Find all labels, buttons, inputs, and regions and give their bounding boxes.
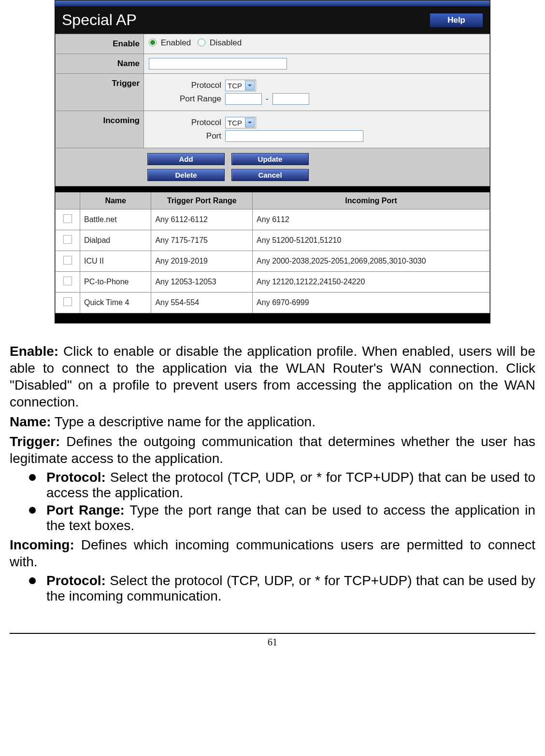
cell-incoming: Any 12120,12122,24150-24220 [253, 272, 490, 293]
incoming-protocol-select[interactable]: TCP [225, 117, 256, 128]
row-checkbox[interactable] [63, 256, 72, 265]
col-trigger: Trigger Port Range [151, 193, 253, 210]
incoming-label: Incoming [56, 111, 144, 148]
documentation-body: Enable: Click to enable or disable the a… [10, 343, 535, 604]
trigger-protocol-select[interactable]: TCP [225, 80, 256, 91]
trigger-port-from-input[interactable] [225, 93, 262, 105]
port-range-separator: - [266, 94, 269, 104]
cell-incoming: Any 6970-6999 [253, 293, 490, 313]
help-button[interactable]: Help [430, 13, 483, 28]
page-number: 61 [10, 637, 535, 648]
cell-name: Quick Time 4 [80, 293, 151, 313]
row-checkbox[interactable] [63, 277, 72, 285]
enabled-option-label: Enabled [161, 38, 191, 47]
form-body: Enable Enabled Disabled Name [55, 34, 490, 186]
radio-disabled[interactable] [198, 39, 205, 46]
doc-trigger-protocol: Protocol: Select the protocol (TCP, UDP,… [29, 470, 535, 501]
table-row: Battle.net Any 6112-6112 Any 6112 [56, 210, 490, 230]
row-checkbox[interactable] [63, 235, 72, 244]
chevron-down-icon [245, 81, 255, 90]
trigger-label: Trigger [56, 74, 144, 111]
table-row: Quick Time 4 Any 554-554 Any 6970-6999 [56, 293, 490, 313]
window-bottom-bar [55, 313, 490, 323]
incoming-port-label: Port [168, 131, 221, 141]
table-row: ICU II Any 2019-2019 Any 2000-2038,2025-… [56, 251, 490, 272]
cell-incoming: Any 2000-2038,2025-2051,2069,2085,3010-3… [253, 251, 490, 272]
cell-name: PC-to-Phone [80, 272, 151, 293]
cell-incoming: Any 51200-51201,51210 [253, 230, 490, 251]
cell-name: Battle.net [80, 210, 151, 230]
profile-table: Name Trigger Port Range Incoming Port Ba… [55, 192, 490, 313]
window-title-bar [55, 0, 490, 6]
incoming-protocol-value: TCP [228, 119, 242, 127]
disabled-option-label: Disabled [210, 38, 242, 47]
header-bar: Special AP Help [55, 6, 490, 34]
doc-enable: Enable: Click to enable or disable the a… [10, 343, 535, 410]
cell-name: ICU II [80, 251, 151, 272]
cell-name: Dialpad [80, 230, 151, 251]
page-title: Special AP [62, 11, 137, 29]
doc-incoming-protocol: Protocol: Select the protocol (TCP, UDP,… [29, 573, 535, 604]
col-incoming: Incoming Port [253, 193, 490, 210]
doc-incoming: Incoming: Defines which incoming communi… [10, 536, 535, 570]
update-button[interactable]: Update [231, 153, 309, 165]
doc-trigger: Trigger: Defines the outgoing communicat… [10, 433, 535, 467]
cell-trigger: Any 12053-12053 [151, 272, 253, 293]
incoming-protocol-label: Protocol [168, 118, 221, 127]
doc-trigger-portrange: Port Range: Type the port range that can… [29, 503, 535, 533]
cell-trigger: Any 554-554 [151, 293, 253, 313]
col-name: Name [80, 193, 151, 210]
doc-name: Name: Type a descriptive name for the ap… [10, 413, 535, 430]
cell-incoming: Any 6112 [253, 210, 490, 230]
router-window: Special AP Help Enable Enabled Disabled … [55, 0, 490, 323]
name-label: Name [56, 54, 144, 74]
name-input[interactable] [149, 58, 287, 70]
table-row: PC-to-Phone Any 12053-12053 Any 12120,12… [56, 272, 490, 293]
cell-trigger: Any 7175-7175 [151, 230, 253, 251]
row-checkbox[interactable] [63, 214, 72, 223]
col-checkbox [56, 193, 80, 210]
add-button[interactable]: Add [147, 153, 225, 165]
incoming-port-input[interactable] [225, 130, 363, 142]
section-divider [55, 186, 490, 192]
chevron-down-icon [245, 118, 255, 127]
cancel-button[interactable]: Cancel [231, 169, 309, 181]
delete-button[interactable]: Delete [147, 169, 225, 181]
cell-trigger: Any 6112-6112 [151, 210, 253, 230]
trigger-port-to-input[interactable] [272, 93, 309, 105]
trigger-portrange-label: Port Range [168, 94, 221, 104]
trigger-protocol-value: TCP [228, 82, 242, 90]
enable-label: Enable [56, 34, 144, 54]
row-checkbox[interactable] [63, 297, 72, 306]
radio-enabled[interactable] [149, 39, 157, 46]
cell-trigger: Any 2019-2019 [151, 251, 253, 272]
table-row: Dialpad Any 7175-7175 Any 51200-51201,51… [56, 230, 490, 251]
page-rule [10, 633, 535, 634]
trigger-protocol-label: Protocol [168, 81, 221, 90]
